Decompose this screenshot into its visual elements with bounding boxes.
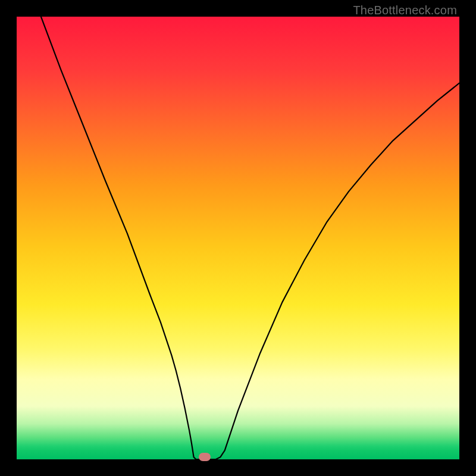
curve-svg bbox=[17, 17, 459, 459]
bottleneck-curve bbox=[41, 17, 459, 459]
watermark-text: TheBottleneck.com bbox=[353, 4, 457, 17]
optimal-point-marker bbox=[199, 453, 211, 461]
chart-container: TheBottleneck.com bbox=[0, 0, 476, 476]
plot-area bbox=[17, 17, 459, 459]
